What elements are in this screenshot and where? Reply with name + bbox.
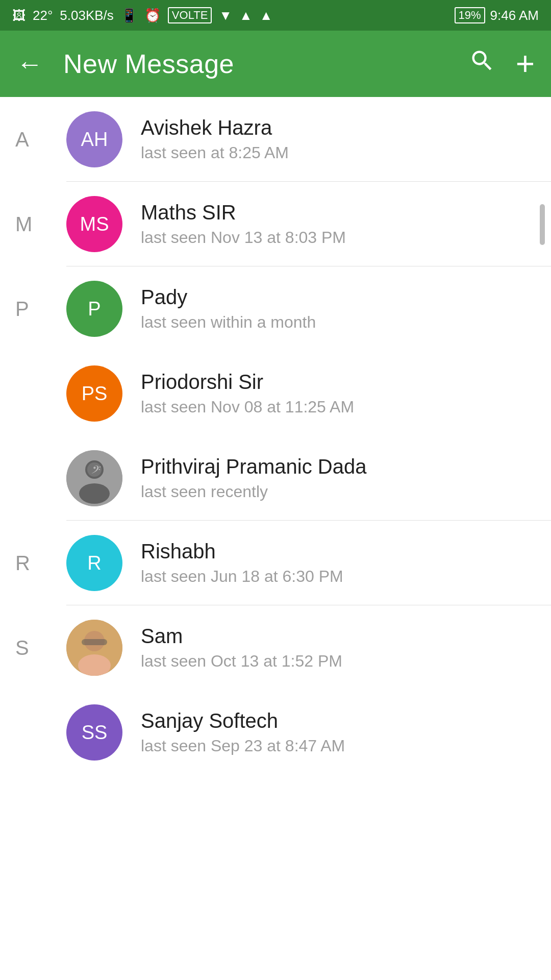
avatar: MS <box>66 196 122 252</box>
avatar: P <box>66 281 122 337</box>
contact-status: last seen Oct 13 at 1:52 PM <box>141 652 535 671</box>
scrollbar[interactable] <box>540 204 545 245</box>
search-button[interactable] <box>469 47 495 80</box>
contact-info: Maths SIRlast seen Nov 13 at 8:03 PM <box>141 201 535 247</box>
add-button[interactable]: + <box>516 45 535 83</box>
speed: 5.03KB/s <box>60 8 114 23</box>
time: 9:46 AM <box>490 8 539 23</box>
list-item[interactable]: SSSanjay Softechlast seen Sep 23 at 8:47… <box>0 690 551 775</box>
back-button[interactable]: ← <box>16 48 43 79</box>
contact-status: last seen within a month <box>141 313 535 332</box>
list-item[interactable]: AAHAvishek Hazralast seen at 8:25 AM <box>0 97 551 182</box>
section-s: S Samlast seen Oct 13 at 1:52 PMSSSanjay… <box>0 605 551 775</box>
svg-rect-8 <box>82 639 107 645</box>
contact-info: Rishabhlast seen Jun 18 at 6:30 PM <box>141 540 535 586</box>
contact-info: Prithviraj Pramanic Dadalast seen recent… <box>141 455 535 501</box>
page-title: New Message <box>63 48 448 79</box>
section-letter-s: S <box>15 636 29 659</box>
section-p: PPPadylast seen within a monthPSPriodors… <box>0 266 551 521</box>
svg-point-7 <box>78 654 111 676</box>
temperature: 22° <box>33 8 53 23</box>
contact-status: last seen Nov 13 at 8:03 PM <box>141 228 535 247</box>
avatar <box>66 620 122 676</box>
battery: 19% <box>455 7 485 23</box>
contact-info: Padylast seen within a month <box>141 286 535 332</box>
avatar: R <box>66 535 122 591</box>
list-item[interactable]: PSPriodorshi Sirlast seen Nov 08 at 11:2… <box>0 351 551 436</box>
signal2-icon: ▲ <box>260 8 273 23</box>
contact-name: Avishek Hazra <box>141 116 535 139</box>
section-letter-p: P <box>15 298 29 321</box>
app-bar-icons: + <box>469 45 535 83</box>
section-letter-r: R <box>15 552 30 575</box>
avatar: 𝄢 <box>66 450 122 506</box>
contact-status: last seen Sep 23 at 8:47 AM <box>141 737 535 755</box>
section-m: MMSMaths SIRlast seen Nov 13 at 8:03 PM <box>0 182 551 266</box>
section-letter-m: M <box>15 213 32 236</box>
avatar: PS <box>66 365 122 422</box>
contact-name: Sam <box>141 625 535 648</box>
avatar: SS <box>66 704 122 761</box>
contact-info: Sanjay Softechlast seen Sep 23 at 8:47 A… <box>141 709 535 755</box>
section-r: RRRishabhlast seen Jun 18 at 6:30 PM <box>0 521 551 605</box>
contact-name: Priodorshi Sir <box>141 371 535 394</box>
status-right: 19% 9:46 AM <box>455 7 539 23</box>
alarm-icon: ⏰ <box>144 8 161 23</box>
section-a: AAHAvishek Hazralast seen at 8:25 AM <box>0 97 551 182</box>
list-item[interactable]: MMSMaths SIRlast seen Nov 13 at 8:03 PM <box>0 182 551 266</box>
section-letter-a: A <box>15 128 29 151</box>
signal-icon: ▲ <box>239 8 253 23</box>
contact-info: Priodorshi Sirlast seen Nov 08 at 11:25 … <box>141 371 535 416</box>
volte-badge: VOLTE <box>168 7 212 23</box>
list-item[interactable]: RRRishabhlast seen Jun 18 at 6:30 PM <box>0 521 551 605</box>
avatar: AH <box>66 111 122 167</box>
contact-status: last seen at 8:25 AM <box>141 143 535 162</box>
contact-status: last seen recently <box>141 482 535 501</box>
contact-name: Maths SIR <box>141 201 535 224</box>
list-item[interactable]: PPPadylast seen within a month <box>0 266 551 351</box>
contact-status: last seen Jun 18 at 6:30 PM <box>141 567 535 586</box>
contact-list: AAHAvishek Hazralast seen at 8:25 AMMMSM… <box>0 97 551 775</box>
app-bar: ← New Message + <box>0 31 551 97</box>
status-bar: 🖼 22° 5.03KB/s 📱 ⏰ VOLTE ▼ ▲ ▲ 19% 9:46 … <box>0 0 551 31</box>
photo-icon: 🖼 <box>12 8 26 23</box>
contact-name: Prithviraj Pramanic Dada <box>141 455 535 478</box>
list-item[interactable]: S Samlast seen Oct 13 at 1:52 PM <box>0 605 551 690</box>
contact-name: Sanjay Softech <box>141 709 535 732</box>
contact-status: last seen Nov 08 at 11:25 AM <box>141 398 535 416</box>
wifi-icon: ▼ <box>219 8 232 23</box>
contact-name: Rishabh <box>141 540 535 563</box>
phone-icon: 📱 <box>121 8 137 23</box>
svg-point-2 <box>79 483 110 504</box>
contact-info: Avishek Hazralast seen at 8:25 AM <box>141 116 535 162</box>
list-item[interactable]: 𝄢 Prithviraj Pramanic Dadalast seen rece… <box>0 436 551 521</box>
contact-name: Pady <box>141 286 535 309</box>
status-left: 🖼 22° 5.03KB/s 📱 ⏰ VOLTE ▼ ▲ ▲ <box>12 7 273 23</box>
contact-info: Samlast seen Oct 13 at 1:52 PM <box>141 625 535 671</box>
